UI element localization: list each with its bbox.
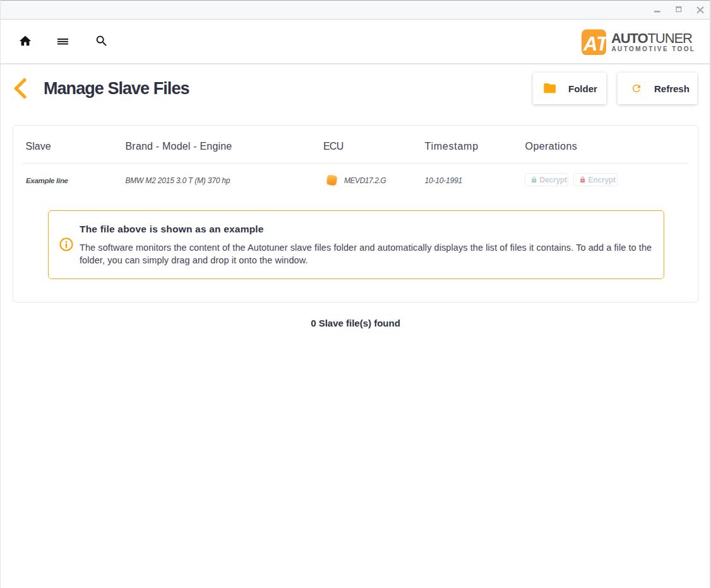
svg-text:AT: AT [583, 32, 610, 54]
svg-text:AUTO: AUTO [611, 30, 648, 46]
svg-text:TUNER: TUNER [648, 30, 692, 46]
svg-text:AUTOMOTIVE TOOL: AUTOMOTIVE TOOL [612, 45, 695, 52]
